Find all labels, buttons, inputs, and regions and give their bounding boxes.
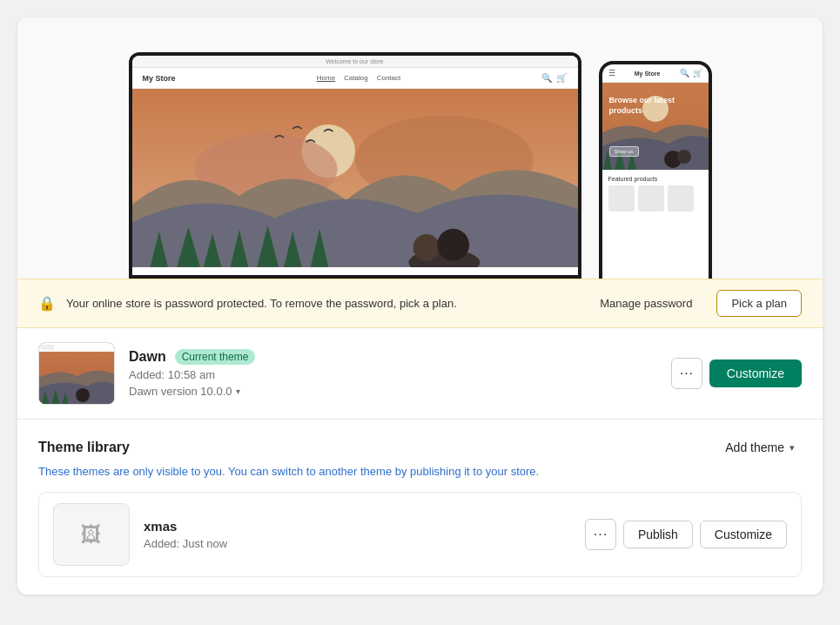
desktop-mockup: Welcome to our store My Store Home Catal… [129,52,581,279]
nav-link-home: Home [317,74,335,82]
svg-point-5 [413,234,440,261]
library-title: Theme library [38,440,130,455]
mobile-hero-button[interactable]: Shop us [609,146,639,157]
mobile-nav-icons: 🔍 🛒 [680,69,702,77]
mobile-cart-icon: 🛒 [693,69,702,77]
search-icon: 🔍 [541,73,552,83]
version-chevron-icon: ▾ [236,386,240,396]
add-theme-chevron-icon: ▾ [790,442,795,454]
library-customize-button[interactable]: Customize [700,521,787,548]
banner-text: Your online store is password protected.… [66,297,589,310]
current-theme-info: Dawn Current theme Added: 10:58 am Dawn … [129,349,657,398]
cart-icon: 🛒 [556,73,567,83]
add-theme-label: Add theme [725,440,784,454]
svg-rect-13 [41,345,54,350]
theme-added-meta: Added: 10:58 am [129,368,657,381]
mobile-logo: My Store [635,71,661,77]
current-theme-thumbnail [38,342,115,405]
library-header: Theme library Add theme ▾ [38,437,802,458]
featured-item-1 [608,185,635,212]
library-section: Theme library Add theme ▾ These themes a… [17,420,823,595]
library-theme-info: xmas Added: Just now [144,519,571,550]
desktop-hero [132,89,578,275]
library-description: These themes are only visible to you. Yo… [38,465,802,478]
desktop-nav-links: Home Catalog Contact [317,74,401,82]
mobile-hero: Browse our latest products Shop us [602,83,709,170]
add-theme-button[interactable]: Add theme ▾ [718,437,802,458]
main-container: Welcome to our store My Store Home Catal… [17,17,823,595]
desktop-screen: Welcome to our store My Store Home Catal… [132,56,578,275]
store-preview: Welcome to our store My Store Home Catal… [17,17,823,279]
theme-name-row: Dawn Current theme [129,349,657,365]
lock-icon: 🔒 [38,295,56,312]
theme-version[interactable]: Dawn version 10.0.0 ▾ [129,385,657,398]
featured-item-3 [668,185,694,212]
library-theme-meta: Added: Just now [144,537,571,550]
desktop-nav: My Store Home Catalog Contact 🔍 🛒 [132,68,578,89]
library-theme-actions: ··· Publish Customize [585,519,787,550]
current-theme-actions: ··· Customize [671,358,802,389]
nav-link-contact: Contact [377,74,401,82]
nav-link-catalog: Catalog [344,74,368,82]
mobile-nav: ☰ My Store 🔍 🛒 [602,64,709,83]
desktop-nav-icons: 🔍 🛒 [541,73,567,83]
pick-plan-button[interactable]: Pick a plan [716,290,802,317]
library-theme-name: xmas [144,519,571,534]
svg-point-14 [76,388,90,402]
current-theme-customize-button[interactable]: Customize [709,360,802,387]
mobile-featured: Featured products [602,170,709,217]
publish-button[interactable]: Publish [623,521,693,548]
featured-item-2 [638,185,664,212]
manage-password-link[interactable]: Manage password [600,297,692,310]
password-banner: 🔒 Your online store is password protecte… [17,279,823,328]
desktop-nav-logo: My Store [143,74,176,83]
library-theme-thumbnail: 🖼 [53,503,130,566]
svg-point-10 [677,150,691,164]
current-theme-badge: Current theme [175,349,256,365]
current-theme-card: Dawn Current theme Added: 10:58 am Dawn … [38,342,802,405]
mobile-mockup: ☰ My Store 🔍 🛒 [599,61,712,279]
library-theme-card: 🖼 xmas Added: Just now ··· Publish Custo… [38,492,802,577]
mobile-search-icon: 🔍 [680,69,689,77]
library-theme-more-button[interactable]: ··· [585,519,616,550]
theme-name: Dawn [129,349,166,365]
svg-point-6 [437,229,469,261]
desktop-url-bar: Welcome to our store [132,56,578,68]
hamburger-icon: ☰ [608,69,615,77]
mobile-featured-items [608,185,702,212]
mobile-hero-text: Browse our latest products [609,96,702,116]
current-theme-more-button[interactable]: ··· [671,358,702,389]
current-theme-section: Dawn Current theme Added: 10:58 am Dawn … [17,328,823,420]
mobile-screen: ☰ My Store 🔍 🛒 [602,64,709,279]
image-placeholder-icon: 🖼 [81,522,102,547]
